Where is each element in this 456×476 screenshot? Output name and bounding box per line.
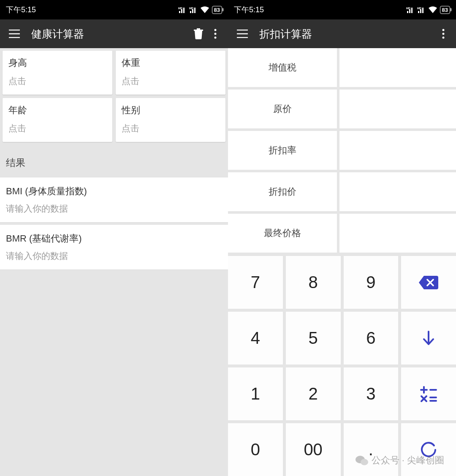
input-height[interactable]: 身高 点击 <box>3 51 112 95</box>
key-operators[interactable] <box>401 367 456 420</box>
result-title: BMR (基础代谢率) <box>6 232 222 245</box>
svg-point-3 <box>214 33 217 35</box>
input-grid: 身高 点击 体重 点击 年龄 点击 性别 点击 <box>0 48 228 144</box>
svg-text:HD: HD <box>406 7 410 10</box>
battery-level: 83 <box>214 7 220 13</box>
key-3[interactable]: 3 <box>344 367 399 420</box>
status-bar: 下午5:15 HD HD 83 <box>0 0 228 19</box>
field-final-price: 最终价格 <box>228 214 456 253</box>
key-2[interactable]: 2 <box>286 367 341 420</box>
empty-area <box>0 270 228 476</box>
input-weight[interactable]: 体重 点击 <box>116 51 225 95</box>
signal-hd-icon: HD <box>178 6 187 13</box>
key-arrow-down[interactable] <box>401 312 456 364</box>
wifi-icon <box>200 6 209 13</box>
more-icon[interactable] <box>207 25 224 42</box>
input-hint: 点击 <box>8 75 106 87</box>
key-0[interactable]: 0 <box>228 423 283 476</box>
input-label: 年龄 <box>8 104 106 117</box>
field-value[interactable] <box>339 90 456 128</box>
svg-text:HD: HD <box>178 7 182 10</box>
more-icon[interactable] <box>435 25 452 42</box>
svg-text:HD: HD <box>189 7 193 10</box>
trash-icon[interactable] <box>190 25 207 42</box>
result-sub: 请输入你的数据 <box>6 250 222 262</box>
input-hint: 点击 <box>8 122 106 134</box>
key-9[interactable]: 9 <box>344 256 399 309</box>
field-label: 原价 <box>228 90 337 128</box>
field-label: 增值税 <box>228 48 337 87</box>
input-age[interactable]: 年龄 点击 <box>3 98 112 142</box>
result-title: BMI (身体质量指数) <box>6 185 222 198</box>
key-1[interactable]: 1 <box>228 367 283 420</box>
status-time: 下午5:15 <box>6 5 178 15</box>
key-reset[interactable] <box>401 423 456 476</box>
operators-icon <box>420 385 437 403</box>
key-8[interactable]: 8 <box>286 256 341 309</box>
input-hint: 点击 <box>122 122 220 134</box>
field-vat: 增值税 <box>228 48 456 87</box>
app-bar: 折扣计算器 <box>228 19 456 48</box>
input-label: 身高 <box>8 57 106 69</box>
svg-point-4 <box>214 37 217 39</box>
status-icons: HD HD 83 <box>178 6 222 14</box>
input-gender[interactable]: 性别 点击 <box>116 98 225 142</box>
battery-icon: 83 <box>212 6 222 14</box>
key-backspace[interactable] <box>401 256 456 309</box>
screen-health-calculator: 下午5:15 HD HD 83 健康计算器 身高 点击 <box>0 0 228 476</box>
field-original-price: 原价 <box>228 90 456 128</box>
svg-point-11 <box>361 459 368 465</box>
field-value[interactable] <box>339 172 456 211</box>
arrow-down-icon <box>421 330 436 347</box>
battery-level: 83 <box>442 7 448 13</box>
status-time: 下午5:15 <box>234 5 406 15</box>
result-bmr: BMR (基础代谢率) 请输入你的数据 <box>0 224 228 270</box>
key-dot[interactable]: . <box>344 423 399 476</box>
app-bar: 健康计算器 <box>0 19 228 48</box>
key-7[interactable]: 7 <box>228 256 283 309</box>
signal-hd-icon: HD <box>406 6 415 13</box>
svg-point-7 <box>442 29 445 31</box>
field-value[interactable] <box>339 214 456 253</box>
field-label: 折扣价 <box>228 172 337 211</box>
signal-hd-icon-2: HD <box>417 6 426 13</box>
field-discount-rate: 折扣率 <box>228 131 456 170</box>
svg-text:HD: HD <box>417 7 421 10</box>
field-label: 最终价格 <box>228 214 337 253</box>
field-value[interactable] <box>339 131 456 170</box>
wechat-icon <box>356 455 368 466</box>
result-bmi: BMI (身体质量指数) 请输入你的数据 <box>0 177 228 223</box>
field-discount-price: 折扣价 <box>228 172 456 211</box>
screen-discount-calculator: 下午5:15 HD HD 83 折扣计算器 增值税 原 <box>228 0 456 476</box>
menu-icon[interactable] <box>6 25 23 42</box>
input-label: 性别 <box>122 104 220 117</box>
signal-hd-icon-2: HD <box>189 6 198 13</box>
result-sub: 请输入你的数据 <box>6 203 222 215</box>
app-title: 折扣计算器 <box>251 27 435 41</box>
field-label: 折扣率 <box>228 131 337 170</box>
input-label: 体重 <box>122 57 220 69</box>
field-value[interactable] <box>339 48 456 87</box>
app-title: 健康计算器 <box>23 27 190 41</box>
key-5[interactable]: 5 <box>286 312 341 364</box>
status-icons: HD HD 83 <box>406 6 450 14</box>
svg-point-9 <box>442 37 445 39</box>
watermark-text: 公众号 · 尖峰创圈 <box>372 454 444 467</box>
input-hint: 点击 <box>122 75 220 87</box>
battery-icon: 83 <box>440 6 450 14</box>
watermark: 公众号 · 尖峰创圈 <box>356 454 444 467</box>
backspace-icon <box>418 275 439 290</box>
key-4[interactable]: 4 <box>228 312 283 364</box>
menu-icon[interactable] <box>234 25 251 42</box>
field-list: 增值税 原价 折扣率 折扣价 最终价格 <box>228 48 456 255</box>
key-00[interactable]: 00 <box>286 423 341 476</box>
wifi-icon <box>428 6 437 13</box>
keypad: 7 8 9 4 5 6 1 2 3 <box>228 255 456 476</box>
status-bar: 下午5:15 HD HD 83 <box>228 0 456 19</box>
svg-point-8 <box>442 33 445 35</box>
key-6[interactable]: 6 <box>344 312 399 364</box>
svg-point-2 <box>214 29 217 31</box>
results-header: 结果 <box>0 144 228 177</box>
